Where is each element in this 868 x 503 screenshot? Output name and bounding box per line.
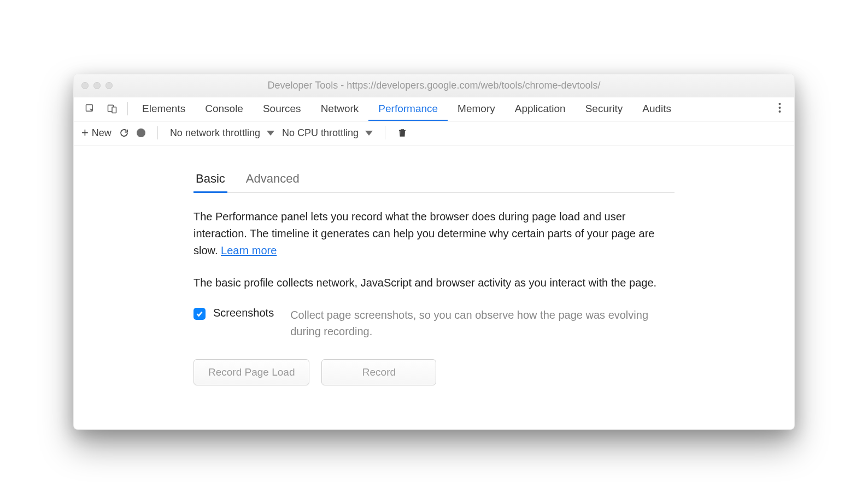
device-toggle-icon[interactable] [101, 103, 123, 114]
record-circle-icon [137, 128, 145, 137]
screenshots-label: Screenshots [213, 307, 274, 319]
minimize-dot[interactable] [93, 82, 101, 89]
close-dot[interactable] [81, 82, 89, 89]
record-indicator[interactable] [137, 128, 145, 137]
record-button[interactable]: Record [321, 359, 436, 385]
chevron-down-icon [365, 131, 373, 136]
cpu-throttling-select[interactable]: No CPU throttling [282, 127, 373, 139]
screenshots-checkbox[interactable] [193, 308, 206, 320]
maximize-dot[interactable] [105, 82, 113, 89]
tab-elements[interactable]: Elements [132, 97, 195, 121]
inspect-icon[interactable] [79, 103, 101, 114]
more-icon[interactable] [771, 102, 789, 116]
tab-performance[interactable]: Performance [368, 97, 448, 121]
screenshots-desc: Collect page screenshots, so you can obs… [290, 307, 675, 340]
perf-toolbar: + New No network throttling No CPU throt… [74, 121, 794, 145]
record-page-load-button[interactable]: Record Page Load [193, 359, 309, 385]
tab-security[interactable]: Security [576, 97, 633, 121]
svg-rect-2 [112, 107, 116, 113]
tab-memory[interactable]: Memory [448, 97, 505, 121]
devtools-window: Developer Tools - https://developers.goo… [73, 74, 795, 430]
new-label: New [92, 127, 112, 139]
plus-icon: + [81, 126, 89, 140]
intro-paragraph: The Performance panel lets you record wh… [193, 208, 675, 259]
cpu-throttling-label: No CPU throttling [282, 127, 359, 139]
tab-application[interactable]: Application [505, 97, 576, 121]
separator [385, 126, 385, 139]
separator [127, 102, 128, 115]
subtab-advanced[interactable]: Advanced [244, 167, 302, 192]
tab-console[interactable]: Console [195, 97, 253, 121]
action-buttons: Record Page Load Record [193, 359, 675, 385]
subtabs: Basic Advanced [193, 167, 675, 193]
chevron-down-icon [267, 131, 274, 136]
screenshots-option: Screenshots Collect page screenshots, so… [193, 307, 675, 340]
svg-rect-6 [400, 131, 404, 137]
learn-more-link[interactable]: Learn more [221, 244, 277, 256]
network-throttling-label: No network throttling [170, 127, 260, 139]
main-tabs: Elements Console Sources Network Perform… [74, 97, 794, 121]
traffic-lights [81, 82, 113, 89]
separator [157, 126, 158, 139]
tab-network[interactable]: Network [311, 97, 369, 121]
perf-panel: Basic Advanced The Performance panel let… [74, 145, 794, 429]
svg-point-3 [779, 103, 781, 105]
clear-button[interactable] [397, 127, 407, 138]
network-throttling-select[interactable]: No network throttling [170, 127, 274, 139]
titlebar: Developer Tools - https://developers.goo… [74, 74, 794, 97]
svg-point-4 [779, 107, 781, 109]
tab-audits[interactable]: Audits [632, 97, 681, 121]
subtab-basic[interactable]: Basic [193, 167, 227, 193]
svg-point-5 [779, 110, 781, 113]
basic-description: The basic profile collects network, Java… [193, 274, 675, 291]
reload-button[interactable] [119, 128, 129, 138]
window-title: Developer Tools - https://developers.goo… [81, 80, 787, 91]
new-recording-button[interactable]: + New [81, 126, 112, 140]
tab-sources[interactable]: Sources [253, 97, 311, 121]
